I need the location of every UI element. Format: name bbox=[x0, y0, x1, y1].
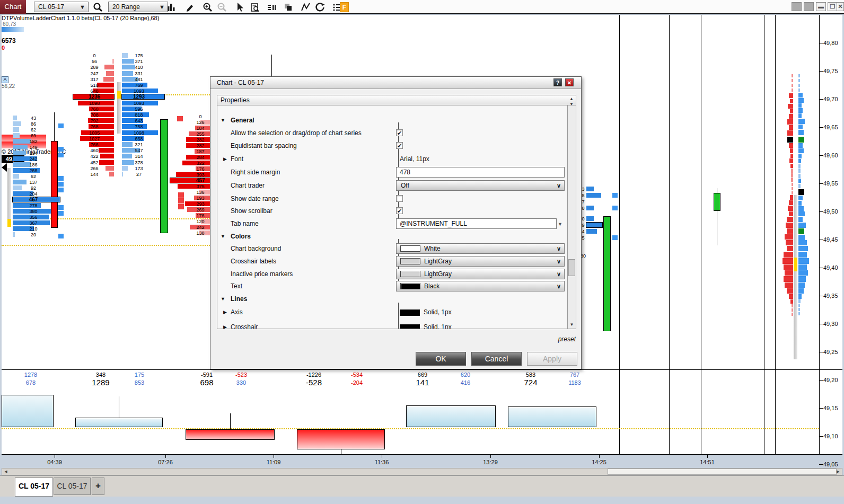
preset-label[interactable]: preset bbox=[558, 335, 576, 343]
section-collapse-icon[interactable]: ▼ bbox=[221, 118, 225, 123]
color-select[interactable]: Black∨ bbox=[396, 281, 565, 291]
row-expand-icon[interactable]: ▶ bbox=[223, 156, 227, 162]
window-panel-button-2[interactable] bbox=[804, 2, 814, 11]
candle-body[interactable] bbox=[160, 119, 168, 233]
fr-ladder-sell-block bbox=[792, 308, 793, 312]
volume-bottom-value: 853 bbox=[135, 379, 144, 386]
ladder-value: 186 bbox=[29, 162, 37, 167]
fr-ladder-buy-block bbox=[798, 235, 805, 240]
scroll-down-icon[interactable]: ▼ bbox=[568, 322, 575, 328]
chevron-down-icon[interactable]: ▼ bbox=[558, 222, 562, 227]
ladder-sell-value: 317 bbox=[90, 77, 98, 82]
range-select[interactable]: 20 Range ▼ bbox=[108, 2, 168, 12]
clipped-ladder-value: 4 bbox=[582, 229, 584, 234]
session-volume-total: 6573 bbox=[2, 37, 842, 45]
color-select[interactable]: LightGray∨ bbox=[396, 256, 565, 267]
pencil-icon[interactable] bbox=[184, 2, 196, 13]
dialog-title[interactable]: Chart - CL 05-17 bbox=[210, 77, 581, 89]
color-select[interactable]: White∨ bbox=[396, 243, 565, 254]
ladder-value: 284 bbox=[196, 155, 204, 160]
checkbox-checked[interactable]: ✔ bbox=[396, 207, 403, 214]
chart-inspect-icon[interactable] bbox=[249, 2, 261, 13]
zoom-out-icon[interactable] bbox=[216, 2, 228, 13]
instrument-select[interactable]: CL 05-17 ▼ bbox=[34, 2, 89, 12]
volume-bottom-value: 141 bbox=[416, 378, 429, 387]
price-label: 49,70 bbox=[823, 96, 838, 102]
chart-horizontal-scrollbar[interactable]: ◀ ▶ bbox=[2, 468, 842, 475]
fr-ladder-sell-block bbox=[792, 191, 793, 194]
bar-chart-icon[interactable] bbox=[165, 2, 177, 13]
cancel-button[interactable]: Cancel bbox=[471, 352, 522, 366]
section-collapse-icon[interactable]: ▼ bbox=[221, 234, 225, 239]
row-expand-icon[interactable]: ▶ bbox=[223, 324, 227, 329]
fr-ladder-sell-block bbox=[791, 169, 793, 173]
ladder-bar-sell bbox=[99, 148, 114, 153]
ladder-value: 282 bbox=[196, 143, 204, 148]
ladder-bar-buy bbox=[122, 154, 132, 158]
fr-ladder-buy-block bbox=[798, 252, 807, 258]
scrollbar-right-arrow-icon[interactable]: ▶ bbox=[835, 469, 841, 474]
fr-ladder-sell-block bbox=[791, 173, 793, 178]
scrollbar-thumb[interactable] bbox=[608, 468, 837, 475]
section-collapse-icon[interactable]: ▼ bbox=[221, 296, 225, 302]
zoom-in-icon[interactable] bbox=[202, 2, 214, 13]
checkbox-checked[interactable]: ✔ bbox=[396, 129, 403, 136]
apply-button[interactable]: Apply bbox=[527, 352, 577, 366]
data-box-icon[interactable] bbox=[266, 2, 278, 13]
histogram-bar bbox=[2, 395, 54, 427]
f-button[interactable]: F bbox=[340, 2, 349, 12]
checkbox-unchecked[interactable] bbox=[396, 195, 403, 202]
order-marker-sell bbox=[178, 204, 184, 209]
tab-cl-05-17-inactive[interactable]: CL 05-17 bbox=[54, 478, 91, 495]
row-expand-icon[interactable]: ▶ bbox=[223, 310, 227, 315]
color-select[interactable]: LightGray∨ bbox=[396, 269, 565, 279]
scrollbar-thumb[interactable] bbox=[568, 259, 575, 276]
dialog-close-button[interactable]: ✕ bbox=[565, 78, 574, 86]
candle-body[interactable] bbox=[714, 193, 720, 211]
time-tick bbox=[382, 455, 382, 458]
buy-percent: 50,72 bbox=[0, 70, 422, 76]
ok-button[interactable]: OK bbox=[416, 352, 466, 366]
fr-ladder-buy-block bbox=[798, 270, 808, 276]
scrollbar-left-arrow-icon[interactable]: ◀ bbox=[3, 469, 9, 474]
price-label: 49,50 bbox=[823, 208, 838, 215]
reload-icon[interactable] bbox=[314, 2, 326, 13]
candle-body[interactable] bbox=[51, 141, 58, 228]
fr-ladder-sell-block bbox=[789, 125, 793, 130]
fr-ladder-buy-block bbox=[798, 108, 803, 113]
ladder-buy-value: 668 bbox=[135, 136, 143, 142]
ladder-value: 457 bbox=[196, 178, 205, 183]
text-input[interactable]: 478 bbox=[396, 167, 565, 178]
add-tab-button[interactable]: + bbox=[92, 478, 104, 495]
volume-top-value: 348 bbox=[96, 372, 106, 378]
minimize-button[interactable]: ▬ bbox=[816, 2, 826, 11]
dropdown-select[interactable]: Off∨ bbox=[396, 180, 565, 191]
order-marker-buy bbox=[58, 188, 64, 192]
cursor-icon[interactable] bbox=[234, 2, 245, 13]
ladder-bar-buy bbox=[13, 162, 31, 167]
property-label: Equidistant bar spacing bbox=[231, 142, 297, 149]
fr-ladder-sell-block bbox=[787, 246, 793, 251]
dialog-help-button[interactable]: ? bbox=[553, 78, 562, 86]
checkbox-checked[interactable]: ✔ bbox=[396, 142, 403, 149]
fr-ladder-buy-block bbox=[798, 125, 803, 129]
color-select-value: LightGray bbox=[424, 257, 452, 266]
fr-ladder-sell-block bbox=[787, 288, 793, 294]
grid-line bbox=[764, 15, 764, 455]
window-panel-button-1[interactable] bbox=[792, 2, 802, 11]
fr-ladder-sell-block bbox=[785, 270, 793, 276]
properties-header[interactable]: Properties ▲ ▼ bbox=[217, 95, 576, 105]
properties-scrollbar[interactable]: ▼ bbox=[567, 105, 576, 329]
fr-ladder-buy-block bbox=[798, 223, 806, 228]
instrument-search-icon[interactable] bbox=[92, 2, 104, 13]
bring-to-front-icon[interactable] bbox=[283, 2, 294, 13]
time-axis-line bbox=[2, 454, 842, 455]
zigzag-icon[interactable] bbox=[300, 2, 312, 13]
candle-body[interactable] bbox=[603, 216, 611, 331]
price-tick bbox=[819, 352, 823, 352]
close-button[interactable]: ✕ bbox=[837, 2, 844, 11]
ladder-value: 467 bbox=[29, 197, 38, 202]
property-label: Show scrollbar bbox=[231, 207, 272, 215]
tab-cl-05-17-active[interactable]: CL 05-17 bbox=[15, 478, 53, 497]
combo-input[interactable]: @INSTRUMENT_FULL bbox=[396, 218, 557, 229]
